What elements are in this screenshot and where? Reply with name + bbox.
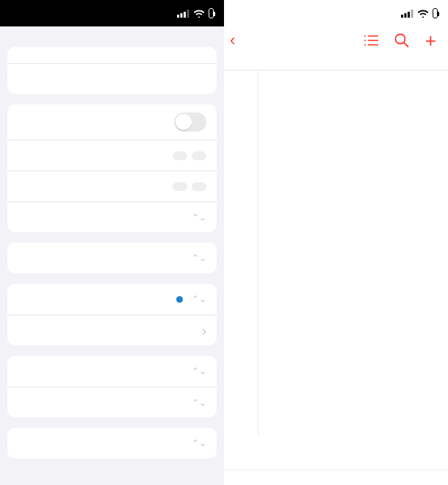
calendar-day-view: ‹ + — [224, 0, 448, 485]
svg-point-14 — [395, 35, 405, 44]
search-icon[interactable] — [394, 33, 409, 48]
start-row[interactable] — [7, 140, 217, 170]
svg-rect-3 — [187, 10, 189, 18]
svg-rect-7 — [411, 10, 413, 18]
chevron-right-icon: › — [202, 324, 206, 337]
status-indicators — [177, 8, 214, 18]
wifi-icon — [417, 10, 429, 18]
selected-date-label — [224, 53, 448, 71]
title-location-group — [7, 47, 217, 94]
repeat-row[interactable]: ⌃⌄ — [7, 242, 217, 273]
start-time-chip[interactable] — [192, 151, 206, 160]
svg-point-12 — [364, 44, 366, 46]
repeat-group: ⌃⌄ — [7, 242, 217, 273]
svg-rect-1 — [181, 13, 183, 18]
show-as-group: ⌃⌄ — [7, 428, 217, 459]
svg-point-8 — [364, 35, 366, 37]
svg-rect-6 — [408, 12, 410, 18]
invitees-row[interactable]: › — [7, 315, 217, 345]
calendar-color-dot — [176, 296, 183, 303]
list-icon[interactable] — [364, 35, 378, 46]
signal-icon — [401, 10, 413, 18]
updown-icon: ⌃⌄ — [192, 438, 206, 448]
end-date-chip[interactable] — [173, 182, 187, 191]
alert-row[interactable]: ⌃⌄ — [7, 356, 217, 387]
all-day-toggle[interactable] — [174, 112, 206, 132]
calendar-nav: ‹ + — [224, 26, 448, 51]
svg-rect-4 — [401, 15, 403, 18]
back-button[interactable]: ‹ — [230, 31, 236, 50]
show-as-row[interactable]: ⌃⌄ — [7, 428, 217, 459]
travel-time-row[interactable]: ⌃⌄ — [7, 201, 217, 232]
updown-icon: ⌃⌄ — [192, 253, 206, 263]
svg-line-15 — [404, 43, 408, 47]
bottom-tabbar — [224, 470, 448, 485]
svg-point-10 — [364, 40, 366, 41]
sheet-nav — [0, 26, 224, 41]
end-time-chip[interactable] — [192, 182, 206, 191]
svg-rect-2 — [184, 12, 186, 18]
updown-icon: ⌃⌄ — [192, 294, 206, 304]
time-gutter — [258, 71, 259, 436]
add-event-button[interactable]: + — [425, 31, 436, 50]
updown-icon: ⌃⌄ — [192, 398, 206, 408]
svg-rect-5 — [405, 13, 407, 18]
signal-icon — [177, 10, 189, 18]
updown-icon: ⌃⌄ — [192, 366, 206, 376]
all-day-row — [7, 104, 217, 140]
alert-group: ⌃⌄ ⌃⌄ — [7, 356, 217, 417]
wifi-icon — [193, 10, 205, 18]
status-bar-right — [224, 0, 448, 26]
chevron-left-icon: ‹ — [230, 31, 235, 50]
end-row[interactable] — [7, 170, 217, 201]
battery-icon — [433, 8, 438, 18]
new-event-sheet: ⌃⌄ ⌃⌄ ⌃⌄ › ⌃⌄ ⌃⌄ ⌃⌄ — [0, 0, 224, 485]
time-group: ⌃⌄ — [7, 104, 217, 232]
status-bar-left — [0, 0, 224, 26]
calendar-group: ⌃⌄ › — [7, 284, 217, 345]
day-grid[interactable] — [224, 71, 448, 436]
battery-icon — [209, 8, 214, 18]
second-alert-row[interactable]: ⌃⌄ — [7, 387, 217, 417]
svg-rect-0 — [177, 15, 179, 18]
event-title-input[interactable] — [7, 47, 217, 63]
status-indicators — [401, 8, 438, 18]
updown-icon: ⌃⌄ — [192, 212, 206, 223]
calendar-row[interactable]: ⌃⌄ — [7, 284, 217, 315]
start-date-chip[interactable] — [173, 151, 187, 160]
